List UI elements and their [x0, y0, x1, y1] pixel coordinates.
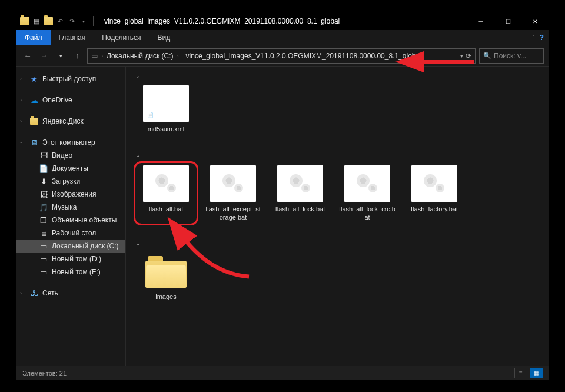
close-button[interactable]: ✕: [521, 12, 549, 30]
sidebar-item-drive-f[interactable]: ▭Новый том (F:): [16, 265, 125, 278]
sidebar-label: Музыка: [52, 203, 77, 211]
sidebar-item-music[interactable]: 🎵Музыка: [16, 201, 125, 214]
refresh-icon[interactable]: ⟳: [466, 52, 471, 60]
chevron-down-icon[interactable]: ›: [18, 142, 24, 144]
sidebar-label: Новый том (D:): [52, 255, 101, 263]
sidebar-item-thispc[interactable]: › 🖥 Этот компьютер: [16, 136, 125, 149]
chevron-right-icon[interactable]: ›: [20, 97, 22, 103]
tab-view[interactable]: Вид: [149, 30, 178, 45]
video-icon: 🎞: [39, 151, 48, 160]
maximize-button[interactable]: ☐: [494, 12, 521, 30]
file-label: flash_all.bat: [149, 205, 184, 214]
window-title: vince_global_images_V11.0.2.0.OEGMIXM_20…: [99, 17, 467, 25]
bat-thumbnail: [143, 165, 189, 202]
search-input[interactable]: 🔍 Поиск: v...: [479, 48, 544, 64]
tab-file[interactable]: Файл: [16, 30, 51, 45]
address-bar[interactable]: ▭ › Локальный диск (C:) › vince_global_i…: [87, 48, 476, 64]
sidebar-label: Этот компьютер: [42, 138, 95, 147]
star-icon: ★: [29, 74, 39, 84]
sidebar-label: Локальный диск (C:): [52, 242, 119, 250]
file-label: flash_all_except_storage.bat: [205, 205, 261, 222]
undo-icon[interactable]: ↶: [55, 16, 65, 26]
drive-icon: ▭: [39, 254, 48, 264]
sidebar-item-onedrive[interactable]: › ☁ OneDrive: [16, 94, 125, 107]
group-toggle[interactable]: ⌄: [134, 238, 540, 248]
sidebar-item-pictures[interactable]: 🖼Изображения: [16, 188, 125, 201]
status-item-count: Элементов: 21: [22, 370, 67, 377]
titlebar[interactable]: ▤ ↶ ↷ ▾ vince_global_images_V11.0.2.0.OE…: [16, 12, 549, 30]
chevron-right-icon[interactable]: ›: [20, 118, 22, 124]
tab-home[interactable]: Главная: [51, 30, 94, 45]
minimize-button[interactable]: ─: [467, 12, 494, 30]
sidebar-item-drive-d[interactable]: ▭Новый том (D:): [16, 253, 125, 265]
chevron-right-icon[interactable]: ›: [177, 53, 179, 59]
folder-thumbnail: [143, 253, 189, 290]
recent-dropdown[interactable]: ▾: [54, 49, 67, 62]
sidebar-item-drive-c[interactable]: ▭Локальный диск (C:): [16, 240, 125, 253]
drive-icon: ▭: [91, 52, 98, 60]
chevron-right-icon[interactable]: ›: [101, 53, 103, 59]
status-bar: Элементов: 21 ≡ ▦: [16, 366, 549, 380]
chevron-down-icon: ⌄: [135, 72, 140, 79]
sidebar-item-network[interactable]: › 🖧 Сеть: [16, 287, 125, 300]
image-icon: 🖼: [39, 190, 48, 199]
forward-button[interactable]: →: [38, 49, 51, 62]
qat-dropdown-icon[interactable]: ▾: [79, 16, 88, 26]
document-icon: 📄: [39, 164, 48, 173]
sidebar-label: Изображения: [52, 190, 96, 198]
music-icon: 🎵: [39, 202, 48, 212]
crumb-drive[interactable]: ▭ › Локальный диск (C:) ›: [88, 49, 182, 63]
file-item-bat[interactable]: flash_all_lock.bat: [272, 165, 328, 222]
sidebar-label: Объемные объекты: [52, 216, 117, 224]
sidebar-item-yandex[interactable]: › Яндекс.Диск: [16, 115, 125, 128]
file-list[interactable]: ⌄ 📄 md5sum.xml ⌄ flash_all.bat: [126, 67, 549, 366]
file-item-bat[interactable]: flash_all_except_storage.bat: [205, 165, 261, 222]
up-button[interactable]: ↑: [71, 49, 84, 62]
crumb-folder[interactable]: vince_global_images_V11.0.2.0.OEGMIXM_20…: [182, 49, 425, 63]
view-icons-button[interactable]: ▦: [530, 368, 543, 378]
sidebar-item-quickaccess[interactable]: › ★ Быстрый доступ: [16, 72, 125, 85]
redo-icon[interactable]: ↷: [67, 16, 77, 26]
group-toggle[interactable]: ⌄: [134, 150, 540, 161]
chevron-right-icon[interactable]: ›: [20, 290, 22, 296]
bat-thumbnail: [411, 165, 457, 202]
file-item-xml[interactable]: 📄 md5sum.xml: [138, 85, 194, 134]
sidebar-item-videos[interactable]: 🎞Видео: [16, 149, 125, 162]
view-details-button[interactable]: ≡: [514, 368, 527, 378]
drive-icon: ▭: [39, 267, 48, 277]
sidebar-label: Сеть: [42, 289, 58, 297]
file-item-bat[interactable]: flash_all_lock_crc.bat: [339, 165, 396, 222]
drive-icon: ▭: [39, 241, 48, 251]
bat-thumbnail: [277, 165, 323, 202]
help-icon[interactable]: ?: [540, 34, 544, 42]
chevron-right-icon[interactable]: ›: [20, 76, 22, 82]
sidebar-label: Загрузки: [52, 177, 80, 185]
sidebar-label: Рабочий стол: [52, 229, 96, 237]
folder-icon: [29, 117, 39, 126]
sidebar-label: Яндекс.Диск: [42, 117, 84, 125]
sidebar-label: Новый том (F:): [52, 268, 101, 276]
ribbon-expand-icon[interactable]: ˅: [532, 34, 535, 41]
sidebar-item-desktop[interactable]: 🖥Рабочий стол: [16, 227, 125, 240]
folder-icon[interactable]: [44, 16, 53, 26]
back-button[interactable]: ←: [21, 49, 34, 62]
address-dropdown-icon[interactable]: ▾: [460, 53, 463, 59]
group-toggle[interactable]: ⌄: [134, 70, 540, 81]
desktop-icon: 🖥: [39, 228, 48, 238]
file-label: images: [155, 293, 176, 301]
cube-icon: ❒: [39, 215, 48, 225]
properties-icon[interactable]: ▤: [32, 16, 41, 26]
navigation-pane: › ★ Быстрый доступ › ☁ OneDrive › Яндекс…: [16, 67, 126, 366]
window-controls: ─ ☐ ✕: [467, 12, 549, 30]
sidebar-item-downloads[interactable]: ⬇Загрузки: [16, 175, 125, 188]
explorer-window: ▤ ↶ ↷ ▾ vince_global_images_V11.0.2.0.OE…: [16, 12, 549, 380]
file-item-bat[interactable]: flash_factory.bat: [406, 165, 463, 222]
file-item-flash-all[interactable]: flash_all.bat: [138, 165, 194, 222]
tab-share[interactable]: Поделиться: [94, 30, 149, 45]
file-item-folder[interactable]: images: [138, 253, 194, 301]
sidebar-item-3dobjects[interactable]: ❒Объемные объекты: [16, 214, 125, 227]
chevron-down-icon: ⌄: [135, 152, 140, 158]
file-label: flash_factory.bat: [411, 205, 458, 214]
sidebar-item-documents[interactable]: 📄Документы: [16, 162, 125, 175]
ribbon: Файл Главная Поделиться Вид ˅ ?: [16, 30, 549, 45]
